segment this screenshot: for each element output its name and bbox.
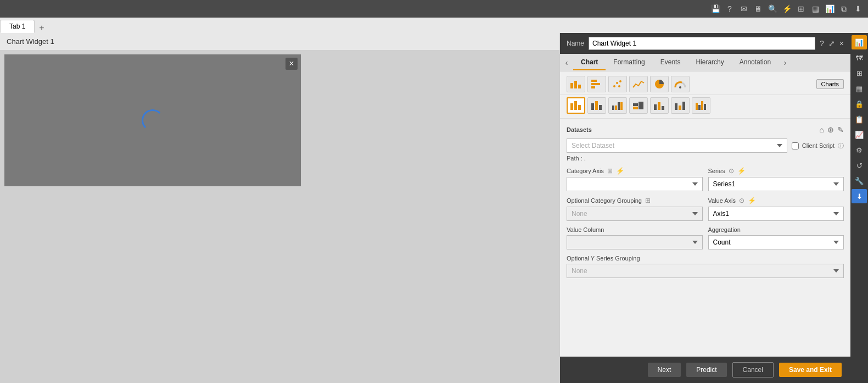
- chart-gauge-icon[interactable]: [671, 76, 690, 92]
- category-axis-select[interactable]: [567, 177, 703, 191]
- panel-header: Name ? ⤢ ×: [560, 33, 850, 54]
- panel-tabs: ‹ Chart Formatting Events Hierarchy Anno…: [560, 54, 850, 71]
- widget-name-input[interactable]: [589, 37, 815, 50]
- dataset-select[interactable]: Select Dataset: [567, 138, 787, 153]
- tab-annotation[interactable]: Annotation: [732, 55, 779, 70]
- aggregation-field: Aggregation Count: [708, 226, 844, 249]
- charts-button[interactable]: Charts: [816, 79, 844, 89]
- series-filter-icon: ⚡: [737, 167, 746, 175]
- value-column-select[interactable]: [567, 235, 703, 249]
- help-icon[interactable]: ?: [724, 4, 735, 13]
- value-axis-clock-icon: ⊙: [739, 197, 744, 204]
- tab-formatting[interactable]: Formatting: [606, 55, 652, 70]
- sidebar-data-icon[interactable]: ⊞: [852, 66, 867, 80]
- svg-rect-28: [675, 103, 677, 110]
- sidebar-map-icon[interactable]: 🗺: [852, 51, 867, 65]
- panel-header-icons: ? ⤢ ×: [820, 39, 844, 48]
- save-icon[interactable]: 💾: [710, 4, 721, 13]
- chart-sub-4-icon[interactable]: [629, 97, 648, 114]
- svg-point-8: [619, 80, 621, 82]
- optional-category-label: Optional Category Grouping ⊞: [567, 197, 703, 204]
- svg-rect-22: [633, 103, 638, 106]
- optional-y-series-field: Optional Y Series Grouping None: [567, 255, 844, 278]
- aggregation-label: Aggregation: [708, 226, 844, 233]
- svg-rect-23: [633, 107, 638, 109]
- series-select[interactable]: Series1: [708, 177, 844, 191]
- svg-rect-3: [591, 80, 597, 82]
- client-script-label: Client Script: [802, 142, 835, 149]
- sidebar-gear-icon[interactable]: ⚙: [852, 143, 867, 157]
- chart-sub-6-icon[interactable]: [671, 97, 690, 114]
- client-script-info-icon[interactable]: ⓘ: [838, 142, 844, 150]
- chart-sub-5-icon[interactable]: [650, 97, 669, 114]
- panel-help-icon[interactable]: ?: [820, 39, 824, 48]
- chart-sub-2-icon[interactable]: [587, 97, 606, 114]
- chart-bar-icon[interactable]: [567, 76, 585, 92]
- svg-rect-30: [682, 102, 685, 110]
- svg-rect-17: [599, 105, 602, 110]
- svg-point-6: [613, 85, 615, 87]
- sidebar-chart-icon[interactable]: 📊: [852, 35, 867, 49]
- chart-line-icon[interactable]: [629, 76, 648, 92]
- chart-sub-1-icon[interactable]: [567, 97, 585, 114]
- tab-chart[interactable]: Chart: [573, 55, 606, 70]
- svg-point-9: [618, 85, 620, 87]
- table-icon[interactable]: ▦: [810, 4, 821, 13]
- save-exit-button[interactable]: Save and Exit: [779, 363, 842, 377]
- mail-icon[interactable]: ✉: [738, 4, 749, 13]
- chart-hbar-icon[interactable]: [587, 76, 606, 92]
- cancel-button[interactable]: Cancel: [732, 362, 774, 378]
- optional-category-grouping-select[interactable]: None: [567, 207, 703, 221]
- grid-icon[interactable]: ⊞: [796, 4, 807, 13]
- svg-rect-29: [679, 106, 681, 110]
- panel-close-icon[interactable]: ×: [839, 39, 844, 48]
- top-toolbar: 💾 ? ✉ 🖥 🔍 ⚡ ⊞ ▦ 📊 ⧉ ⬇: [0, 0, 868, 18]
- sidebar-lock-icon[interactable]: 🔒: [852, 97, 867, 111]
- panel-tab-next[interactable]: ›: [779, 58, 792, 67]
- chart-top-icon[interactable]: 📊: [824, 4, 835, 13]
- monitor-icon[interactable]: 🖥: [753, 4, 764, 13]
- tab-hierarchy[interactable]: Hierarchy: [688, 55, 731, 70]
- svg-rect-4: [591, 83, 600, 85]
- chart-scatter-icon[interactable]: [608, 76, 627, 92]
- aggregation-select[interactable]: Count: [708, 235, 844, 249]
- next-button[interactable]: Next: [648, 363, 681, 377]
- tab-1[interactable]: Tab 1: [0, 20, 35, 33]
- tab-events[interactable]: Events: [653, 55, 688, 70]
- dataset-home-icon[interactable]: ⌂: [820, 125, 824, 134]
- svg-rect-31: [696, 103, 698, 110]
- dataset-add-icon[interactable]: ⊕: [827, 125, 834, 134]
- category-axis-field: Category Axis ⊞ ⚡: [567, 167, 703, 191]
- svg-point-11: [679, 86, 681, 88]
- optional-y-series-select[interactable]: None: [567, 264, 844, 278]
- dataset-edit-icon[interactable]: ✎: [837, 125, 844, 134]
- panel-tab-prev[interactable]: ‹: [560, 58, 573, 67]
- copy-icon[interactable]: ⧉: [838, 4, 849, 14]
- download-top-icon[interactable]: ⬇: [853, 4, 864, 13]
- datasets-icons: ⌂ ⊕ ✎: [820, 125, 844, 134]
- axis-series-row: Category Axis ⊞ ⚡ Series ⊙ ⚡ Se: [567, 167, 844, 191]
- chart-sub-3-icon[interactable]: [608, 97, 627, 114]
- filter-icon[interactable]: ⚡: [781, 4, 792, 13]
- widget-close-button[interactable]: ×: [285, 58, 298, 70]
- panel-expand-icon[interactable]: ⤢: [828, 39, 835, 48]
- optional-category-grouping-field: Optional Category Grouping ⊞ None: [567, 197, 703, 221]
- sidebar-download-icon[interactable]: ⬇: [852, 189, 867, 203]
- chart-sub-7-icon[interactable]: [692, 97, 710, 114]
- predict-button[interactable]: Predict: [686, 363, 726, 377]
- client-script-checkbox-row: Client Script ⓘ: [792, 142, 844, 150]
- sidebar-refresh-icon[interactable]: ↺: [852, 158, 867, 173]
- chart-pie-icon[interactable]: [650, 76, 669, 92]
- sidebar-bar-icon[interactable]: ▦: [852, 81, 867, 96]
- value-axis-field: Value Axis ⊙ ⚡ Axis1: [708, 197, 844, 221]
- category-axis-label: Category Axis ⊞ ⚡: [567, 167, 703, 175]
- sidebar-line-icon[interactable]: 📈: [852, 127, 867, 142]
- value-axis-select[interactable]: Axis1: [708, 207, 844, 221]
- svg-rect-25: [654, 104, 657, 110]
- search-top-icon[interactable]: 🔍: [767, 4, 778, 13]
- sidebar-wrench-icon[interactable]: 🔧: [852, 174, 867, 188]
- svg-rect-16: [595, 101, 598, 110]
- tab-add-button[interactable]: +: [35, 23, 48, 33]
- client-script-checkbox[interactable]: [792, 142, 799, 149]
- sidebar-doc-icon[interactable]: 📋: [852, 112, 867, 126]
